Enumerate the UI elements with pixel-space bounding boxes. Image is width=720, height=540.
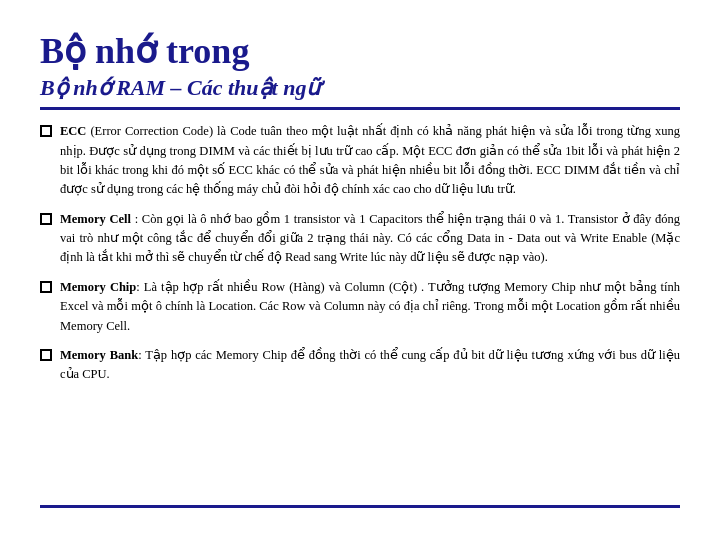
- bullet-item-memory-cell: Memory Cell : Còn gọi là ô nhớ bao gồm 1…: [40, 210, 680, 268]
- bullet-text-ecc: ECC (Error Correction Code) là Code tuân…: [60, 122, 680, 200]
- bullet-item-ecc: ECC (Error Correction Code) là Code tuân…: [40, 122, 680, 200]
- page: Bộ nhớ trong Bộ nhớ RAM – Các thuật ngữ …: [0, 0, 720, 540]
- bullet-icon-memory-cell: [40, 213, 52, 225]
- bullet-item-memory-chip: Memory Chip: Là tập hợp rất nhiều Row (H…: [40, 278, 680, 336]
- bullet-text-memory-bank: Memory Bank: Tập hợp các Memory Chip để …: [60, 346, 680, 385]
- content-area: ECC (Error Correction Code) là Code tuân…: [40, 122, 680, 505]
- bullet-icon-ecc: [40, 125, 52, 137]
- bullet-icon-memory-bank: [40, 349, 52, 361]
- bullet-text-memory-chip: Memory Chip: Là tập hợp rất nhiều Row (H…: [60, 278, 680, 336]
- page-title-main: Bộ nhớ trong: [40, 30, 680, 73]
- bullet-icon-memory-chip: [40, 281, 52, 293]
- page-title-sub: Bộ nhớ RAM – Các thuật ngữ: [40, 75, 680, 101]
- bullet-text-memory-cell: Memory Cell : Còn gọi là ô nhớ bao gồm 1…: [60, 210, 680, 268]
- bottom-divider: [40, 505, 680, 508]
- divider: [40, 107, 680, 110]
- bullet-item-memory-bank: Memory Bank: Tập hợp các Memory Chip để …: [40, 346, 680, 385]
